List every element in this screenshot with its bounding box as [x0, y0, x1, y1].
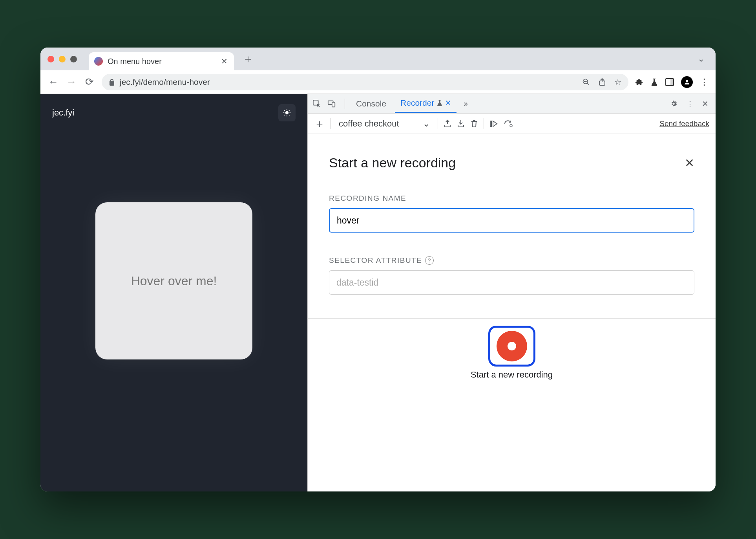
inspect-element-icon[interactable] — [312, 99, 324, 108]
hover-card[interactable]: Hover over me! — [95, 202, 252, 359]
new-tab-button[interactable]: ＋ — [243, 51, 254, 66]
start-recording-button[interactable] — [488, 326, 535, 367]
tab-title: On menu hover — [108, 57, 216, 66]
lock-icon — [109, 79, 115, 86]
record-icon — [497, 331, 527, 361]
svg-point-20 — [510, 125, 512, 127]
svg-rect-18 — [332, 102, 335, 107]
svg-line-14 — [284, 115, 285, 116]
recorder-footer: Start a new recording — [308, 318, 716, 392]
settings-gear-icon[interactable] — [669, 99, 681, 108]
window-maximize-icon[interactable] — [70, 56, 77, 62]
tab-favicon-icon — [94, 57, 103, 66]
recorder-toolbar: ＋ coffee checkout ⌄ — [308, 114, 716, 134]
omnibox[interactable]: jec.fyi/demo/menu-hover ☆ — [102, 74, 628, 90]
chevron-down-icon: ⌄ — [423, 119, 430, 129]
devtools-close-icon[interactable]: ✕ — [699, 99, 711, 108]
svg-line-15 — [289, 110, 290, 111]
extensions-icon[interactable] — [635, 78, 643, 86]
nav-reload-button[interactable]: ⟳ — [84, 76, 95, 88]
zoom-out-icon[interactable] — [582, 78, 590, 86]
svg-line-1 — [587, 83, 589, 85]
recorder-body: Start a new recording ✕ RECORDING NAME S… — [308, 134, 716, 491]
device-toggle-icon[interactable] — [327, 99, 339, 108]
selector-attribute-group: SELECTOR ATTRIBUTE ? — [329, 256, 694, 295]
browser-window: On menu hover ✕ ＋ ⌄ ← → ⟳ jec.fyi/demo/m… — [40, 48, 716, 491]
tab-close-icon[interactable]: ✕ — [221, 57, 228, 66]
tab-recorder[interactable]: Recorder ✕ — [395, 94, 457, 113]
tabs-dropdown-icon[interactable]: ⌄ — [698, 54, 705, 64]
recording-name-group: RECORDING NAME — [329, 194, 694, 233]
labs-icon[interactable] — [650, 78, 658, 86]
devtools-tab-bar: Console Recorder ✕ » ⋮ ✕ — [308, 94, 716, 114]
svg-line-13 — [289, 115, 290, 116]
tab-console[interactable]: Console — [351, 94, 392, 113]
rendered-page: jec.fyi Hover over me! — [40, 94, 307, 491]
theme-toggle-button[interactable] — [278, 104, 296, 121]
selector-attribute-label: SELECTOR ATTRIBUTE ? — [329, 256, 694, 265]
page-body: Hover over me! — [40, 132, 307, 491]
recorder-heading-row: Start a new recording ✕ — [329, 155, 694, 170]
recording-name-label: RECORDING NAME — [329, 194, 694, 203]
svg-point-6 — [686, 80, 688, 82]
delete-icon[interactable] — [470, 119, 478, 128]
profile-avatar-icon[interactable] — [681, 76, 693, 88]
nav-back-button[interactable]: ← — [47, 76, 59, 88]
browser-toolbar-icons: ⋮ — [635, 76, 709, 88]
start-recording-label: Start a new recording — [471, 370, 553, 380]
svg-rect-19 — [490, 121, 491, 126]
replay-settings-icon[interactable] — [504, 120, 513, 128]
play-icon[interactable] — [489, 119, 498, 128]
recording-name-input[interactable] — [329, 208, 694, 233]
content-area: jec.fyi Hover over me! — [40, 94, 716, 491]
svg-rect-5 — [670, 79, 674, 86]
browser-menu-icon[interactable]: ⋮ — [700, 77, 709, 87]
recording-select-value: coffee checkout — [339, 119, 399, 129]
browser-tab[interactable]: On menu hover ✕ — [89, 52, 234, 70]
url-text: jec.fyi/demo/menu-hover — [120, 77, 573, 87]
window-minimize-icon[interactable] — [59, 56, 66, 62]
share-icon[interactable] — [599, 78, 606, 86]
devtools-panel: Console Recorder ✕ » ⋮ ✕ ＋ coffee chec — [307, 94, 716, 491]
import-icon[interactable] — [457, 119, 465, 128]
devtools-menu-icon[interactable]: ⋮ — [684, 99, 696, 108]
side-panel-icon[interactable] — [665, 78, 674, 86]
selector-attribute-input[interactable] — [329, 270, 694, 295]
page-brand: jec.fyi — [52, 108, 74, 118]
hover-card-text: Hover over me! — [131, 274, 217, 288]
send-feedback-link[interactable]: Send feedback — [659, 119, 709, 128]
tab-close-icon[interactable]: ✕ — [445, 99, 451, 107]
svg-line-12 — [284, 110, 285, 111]
tab-strip: On menu hover ✕ ＋ ⌄ — [40, 48, 716, 70]
more-tabs-icon[interactable]: » — [460, 99, 471, 108]
export-icon[interactable] — [444, 119, 451, 128]
recorder-heading: Start a new recording — [329, 155, 456, 170]
svg-point-7 — [285, 111, 289, 114]
bookmark-star-icon[interactable]: ☆ — [614, 77, 621, 87]
flask-icon — [436, 99, 443, 106]
nav-forward-button[interactable]: → — [66, 76, 77, 88]
page-header: jec.fyi — [40, 94, 307, 132]
window-traffic-lights — [47, 56, 77, 62]
new-recording-icon[interactable]: ＋ — [314, 116, 325, 131]
recorder-close-icon[interactable]: ✕ — [685, 156, 694, 170]
help-icon[interactable]: ? — [425, 256, 434, 265]
recording-select[interactable]: coffee checkout ⌄ — [336, 119, 432, 129]
address-bar: ← → ⟳ jec.fyi/demo/menu-hover ☆ — [40, 70, 716, 94]
window-close-icon[interactable] — [47, 56, 54, 62]
